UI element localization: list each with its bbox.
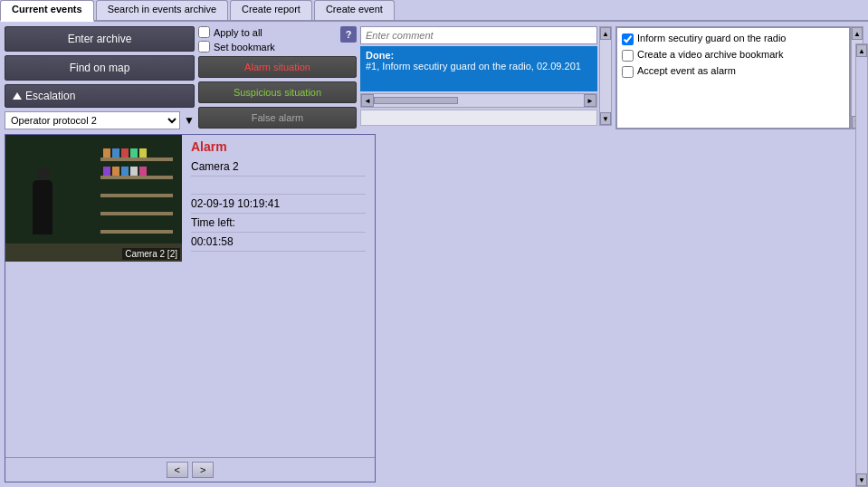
help-button[interactable]: ? — [340, 26, 357, 43]
suspicious-situation-button[interactable]: Suspicious situation — [198, 81, 357, 103]
escalation-button[interactable]: Escalation — [5, 84, 195, 108]
comment-done-wrapper: Done: #1, Inform secutiry guard on the r… — [360, 26, 597, 126]
camera-row: Camera 2 [2] Alarm Camera 2 02-09-19 10:… — [5, 135, 375, 457]
right-checkboxes-panel: Inform secutiry guard on the radio Creat… — [615, 26, 851, 129]
center-panel: Done: #1, Inform secutiry guard on the r… — [360, 26, 612, 129]
datetime-info-row: 02-09-19 10:19:41 — [191, 195, 366, 214]
find-on-map-button[interactable]: Find on map — [5, 55, 195, 81]
person-head — [37, 167, 50, 179]
person-body — [33, 180, 52, 234]
false-alarm-button[interactable]: False alarm — [198, 107, 357, 129]
set-bookmark-row[interactable]: Set bookmark — [198, 41, 338, 53]
comment-v-scrollbar[interactable]: ▲ ▼ — [599, 26, 612, 126]
shelf-1 — [100, 158, 173, 161]
window-v-scrollbar[interactable]: ▲ ▼ — [855, 43, 868, 487]
time-left-label-row: Time left: — [191, 214, 366, 233]
accept-as-alarm-checkbox[interactable] — [622, 66, 634, 78]
shelf-5 — [100, 230, 173, 234]
accept-as-alarm-row[interactable]: Accept event as alarm — [622, 65, 844, 78]
item — [112, 167, 119, 176]
checkboxes-group: Apply to all Set bookmark — [198, 26, 338, 53]
done-box: Done: #1, Inform secutiry guard on the r… — [360, 46, 597, 91]
apply-to-all-row[interactable]: Apply to all — [198, 26, 338, 38]
nav-buttons-row: < > — [5, 457, 375, 482]
checkboxes-help-row: Apply to all Set bookmark ? — [198, 26, 357, 53]
horizontal-scrollbar[interactable]: ◄ ► — [360, 93, 597, 108]
bottom-empty-bar — [360, 110, 597, 126]
shelf-items-2 — [103, 167, 171, 176]
item — [103, 148, 110, 158]
inform-guard-label: Inform secutiry guard on the radio — [637, 33, 786, 43]
shelf-2 — [100, 176, 173, 179]
window-scroll-up-btn[interactable]: ▲ — [856, 44, 867, 57]
alarm-situation-button[interactable]: Alarm situation — [198, 56, 357, 78]
h-scroll-left-btn[interactable]: ◄ — [361, 94, 374, 107]
done-text: #1, Inform secutiry guard on the radio, … — [366, 61, 592, 72]
set-bookmark-label: Set bookmark — [214, 42, 275, 53]
main-content: Enter archive Find on map Escalation Ope… — [0, 22, 868, 487]
camera-panel: Camera 2 [2] Alarm Camera 2 02-09-19 10:… — [5, 134, 376, 482]
event-info: Alarm Camera 2 02-09-19 10:19:41 Time le… — [182, 135, 375, 457]
alarm-title: Alarm — [191, 139, 366, 154]
window-scroll-down-btn[interactable]: ▼ — [856, 473, 867, 486]
tab-bar: Current events Search in events archive … — [0, 0, 868, 22]
item — [139, 167, 147, 176]
tab-create-event[interactable]: Create event — [314, 0, 395, 20]
set-bookmark-checkbox[interactable] — [198, 41, 210, 53]
tab-search-archive[interactable]: Search in events archive — [96, 0, 228, 20]
window-scroll-track — [856, 57, 867, 473]
shelf-items-1 — [103, 148, 171, 158]
event-area: Camera 2 [2] Alarm Camera 2 02-09-19 10:… — [0, 129, 868, 487]
prev-event-button[interactable]: < — [167, 462, 188, 478]
apply-to-all-checkbox[interactable] — [198, 26, 210, 38]
comment-input[interactable] — [360, 26, 597, 44]
escalation-label: Escalation — [25, 90, 75, 102]
comment-scroll-track — [600, 40, 611, 112]
camera-info-row: Camera 2 — [191, 158, 366, 177]
right-scroll-up-btn[interactable]: ▲ — [852, 27, 863, 40]
apply-to-all-label: Apply to all — [214, 27, 262, 38]
event-right-spacer — [380, 134, 863, 482]
done-label: Done: — [366, 50, 592, 61]
h-scroll-track[interactable] — [374, 97, 584, 104]
right-panel-wrapper: Inform secutiry guard on the radio Creat… — [615, 26, 863, 129]
top-panel: Enter archive Find on map Escalation Ope… — [0, 22, 868, 129]
accept-as-alarm-label: Accept event as alarm — [637, 65, 736, 76]
shelf-3 — [100, 194, 173, 197]
video-archive-bookmark-label: Create a video archive bookmark — [637, 49, 783, 60]
comment-scroll-up-btn[interactable]: ▲ — [600, 27, 611, 40]
left-buttons-col: Enter archive Find on map Escalation Ope… — [5, 26, 195, 129]
inform-guard-checkbox[interactable] — [622, 33, 634, 45]
tab-create-report[interactable]: Create report — [230, 0, 312, 20]
item — [121, 167, 129, 176]
item — [121, 148, 129, 158]
comment-done-area: Done: #1, Inform secutiry guard on the r… — [360, 26, 612, 126]
time-left-value-row: 00:01:58 — [191, 233, 366, 252]
protocol-dropdown[interactable]: Operator protocol 2 — [5, 111, 180, 129]
comment-scroll-down-btn[interactable]: ▼ — [600, 112, 611, 125]
dropdown-arrow-icon: ▼ — [184, 114, 195, 127]
video-archive-bookmark-checkbox[interactable] — [622, 50, 634, 62]
enter-archive-button[interactable]: Enter archive — [5, 26, 195, 52]
shelf-4 — [100, 212, 173, 215]
item — [112, 148, 119, 158]
cctv-scene: Camera 2 [2] — [5, 135, 182, 262]
item — [103, 167, 110, 176]
next-event-button[interactable]: > — [192, 462, 214, 478]
item — [130, 167, 138, 176]
empty-info-row — [191, 177, 366, 195]
camera-image: Camera 2 [2] — [5, 135, 182, 262]
tab-current-events[interactable]: Current events — [0, 0, 94, 22]
escalation-arrow-icon — [13, 92, 22, 100]
camera-overlay-label: Camera 2 [2] — [122, 248, 180, 260]
inform-guard-row[interactable]: Inform secutiry guard on the radio — [622, 33, 844, 45]
item — [139, 148, 147, 158]
protocol-dropdown-row: Operator protocol 2 ▼ — [5, 111, 195, 129]
middle-col: Apply to all Set bookmark ? Alarm situat… — [198, 26, 357, 129]
h-scroll-right-btn[interactable]: ► — [584, 94, 596, 107]
video-archive-bookmark-row[interactable]: Create a video archive bookmark — [622, 49, 844, 62]
h-scroll-thumb[interactable] — [374, 97, 458, 104]
item — [130, 148, 138, 158]
